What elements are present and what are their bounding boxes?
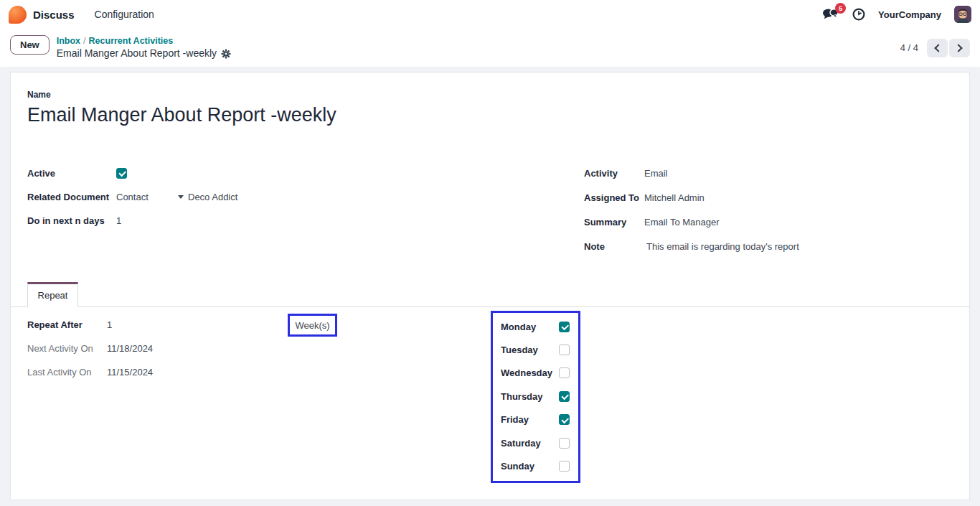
do-in-next-days-field-row: Do in next n days 1 xyxy=(27,213,386,228)
pager-count: 4 / 4 xyxy=(900,42,918,53)
last-activity-value[interactable]: 11/15/2024 xyxy=(107,367,153,378)
thursday-label: Thursday xyxy=(501,391,543,402)
form-right-column: Activity Email Assigned To Mitchell Admi… xyxy=(584,166,943,263)
weekday-row-friday: Friday xyxy=(493,408,578,431)
related-record-value[interactable]: Deco Addict xyxy=(188,192,237,202)
control-panel: New Inbox/Recurrent Activities Email Man… xyxy=(0,29,980,67)
summary-value[interactable]: Email To Manager xyxy=(644,217,720,228)
form-sheet: Name Email Manger About Report -weekly A… xyxy=(10,72,970,500)
thursday-checkbox[interactable] xyxy=(559,391,570,402)
name-field-label: Name xyxy=(27,90,336,100)
last-activity-field-row: Last Activity On 11/15/2024 xyxy=(27,365,329,379)
related-document-label: Related Document xyxy=(27,192,116,202)
next-activity-field-row: Next Activity On 11/18/2024 xyxy=(27,341,329,355)
wednesday-label: Wednesday xyxy=(501,367,552,378)
repeat-after-value[interactable]: 1 xyxy=(107,319,112,330)
note-field-row: Note This email is regarding today's rep… xyxy=(584,239,943,253)
breadcrumb-recurrent-activities[interactable]: Recurrent Activities xyxy=(89,36,174,46)
repeat-after-field-row: Repeat After 1 xyxy=(27,317,329,332)
summary-label: Summary xyxy=(584,217,644,228)
activity-value[interactable]: Email xyxy=(644,168,668,179)
top-navbar: Discuss Configuration 5 YourCompany xyxy=(0,0,980,29)
activity-field-row: Activity Email xyxy=(584,166,943,180)
weekday-row-tuesday: Tuesday xyxy=(493,338,578,361)
saturday-checkbox[interactable] xyxy=(559,438,570,449)
messages-icon[interactable]: 5 xyxy=(822,8,839,22)
note-value[interactable]: This email is regarding today's report xyxy=(644,241,799,252)
monday-checkbox[interactable] xyxy=(559,322,570,332)
menu-configuration[interactable]: Configuration xyxy=(95,9,154,20)
user-avatar[interactable] xyxy=(954,6,971,23)
active-label: Active xyxy=(27,168,116,179)
form-left-column: Active Related Document Contact Deco Add… xyxy=(27,166,386,237)
weekday-group: Monday Tuesday Wednesday Thursday Friday xyxy=(491,311,580,483)
tuesday-label: Tuesday xyxy=(501,345,538,355)
related-document-field-row: Related Document Contact Deco Addict xyxy=(27,189,386,204)
note-label: Note xyxy=(584,241,644,252)
friday-checkbox[interactable] xyxy=(559,414,570,425)
tab-repeat[interactable]: Repeat xyxy=(27,282,78,307)
saturday-label: Saturday xyxy=(501,438,541,449)
active-field-row: Active xyxy=(27,166,386,180)
weekday-row-sunday: Sunday xyxy=(493,454,578,477)
weekday-row-thursday: Thursday xyxy=(493,385,578,408)
new-button[interactable]: New xyxy=(10,35,50,55)
weekday-row-saturday: Saturday xyxy=(493,431,578,454)
breadcrumb-inbox[interactable]: Inbox xyxy=(57,36,80,46)
tuesday-checkbox[interactable] xyxy=(559,345,570,355)
monday-label: Monday xyxy=(501,322,536,332)
breadcrumb-record-title: Email Manger About Report -weekly xyxy=(57,47,217,60)
app-name[interactable]: Discuss xyxy=(33,9,75,21)
wednesday-checkbox[interactable] xyxy=(559,367,570,378)
friday-label: Friday xyxy=(501,414,529,425)
related-model-select[interactable]: Contact xyxy=(116,192,178,202)
weekday-row-wednesday: Wednesday xyxy=(493,362,578,385)
chevron-left-icon xyxy=(934,44,942,52)
content-area: Name Email Manger About Report -weekly A… xyxy=(0,67,980,506)
sunday-label: Sunday xyxy=(501,461,534,472)
repeat-tab-pane: Repeat After 1 Next Activity On 11/18/20… xyxy=(11,307,969,500)
do-in-next-days-label: Do in next n days xyxy=(27,215,116,226)
next-activity-label: Next Activity On xyxy=(27,343,107,354)
caret-down-icon xyxy=(178,195,184,199)
related-record-field[interactable]: Deco Addict xyxy=(178,192,237,202)
pager-previous-button[interactable] xyxy=(927,39,948,57)
repeat-after-label: Repeat After xyxy=(27,319,107,330)
messages-badge: 5 xyxy=(835,3,846,14)
chevron-right-icon xyxy=(954,44,962,52)
assigned-to-label: Assigned To xyxy=(584,192,644,203)
name-field-value[interactable]: Email Manger About Report -weekly xyxy=(27,104,336,126)
do-in-next-days-value[interactable]: 1 xyxy=(116,215,121,226)
sunday-checkbox[interactable] xyxy=(559,461,570,472)
activity-label: Activity xyxy=(584,168,644,179)
next-activity-value[interactable]: 11/18/2024 xyxy=(107,343,153,354)
summary-field-row: Summary Email To Manager xyxy=(584,215,943,229)
repeat-unit-select[interactable]: Week(s) xyxy=(288,314,337,337)
activities-clock-icon[interactable] xyxy=(852,8,865,21)
last-activity-label: Last Activity On xyxy=(27,367,107,378)
gear-icon[interactable] xyxy=(221,49,231,59)
assigned-to-value[interactable]: Mitchell Admin xyxy=(644,192,705,203)
breadcrumb-separator: / xyxy=(80,36,88,46)
notebook-tabs: Repeat xyxy=(11,283,969,307)
weekday-row-monday: Monday xyxy=(493,315,578,338)
pager-next-button[interactable] xyxy=(949,39,970,57)
breadcrumb: Inbox/Recurrent Activities Email Manger … xyxy=(57,35,231,60)
active-checkbox[interactable] xyxy=(116,168,127,179)
discuss-app-icon[interactable] xyxy=(9,6,27,24)
user-menu[interactable]: YourCompany xyxy=(878,9,941,20)
assigned-to-field-row: Assigned To Mitchell Admin xyxy=(584,190,943,205)
